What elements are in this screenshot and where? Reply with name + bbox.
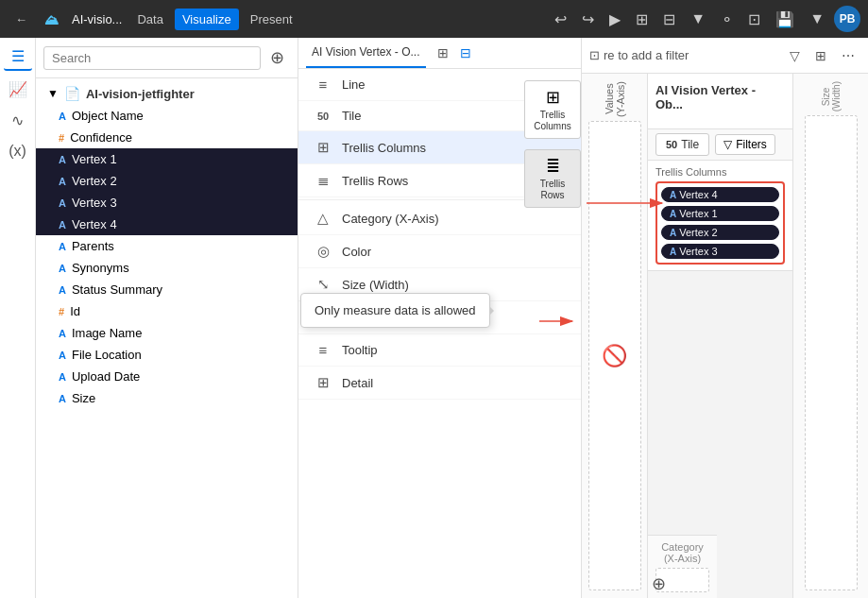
add-field-button[interactable]: ⊕: [264, 45, 290, 70]
list-item[interactable]: A Image Name: [36, 322, 298, 344]
size-width-icon: ⤡: [314, 276, 332, 293]
list-item[interactable]: A Parents: [36, 235, 298, 257]
viz-type-color[interactable]: ◎ Color: [298, 235, 581, 268]
trellis-rows-icon: ≣: [314, 172, 332, 189]
trellis-rows-btn[interactable]: ≣ Trellis Rows: [524, 149, 581, 208]
list-item[interactable]: A Vertex 4: [36, 214, 298, 235]
viz-item-label: Line: [342, 77, 366, 92]
back-button[interactable]: ←: [8, 9, 35, 30]
tile-button[interactable]: 50 Tile: [655, 133, 709, 156]
list-item[interactable]: A Status Summary: [36, 279, 298, 300]
sidebar-tab-func[interactable]: (x): [1, 139, 34, 163]
field-list: ▼ 📄 AI-vision-jetfighter A Object Name #…: [36, 78, 298, 598]
toolbar-icon-7[interactable]: ▼: [804, 7, 830, 31]
list-item[interactable]: A Object Name: [36, 105, 298, 127]
trellis-columns-shelf-label: Trellis Columns: [655, 166, 785, 178]
field-type-icon: A: [59, 350, 66, 361]
user-avatar[interactable]: PB: [834, 6, 860, 32]
app-logo: ⛰: [44, 11, 59, 27]
visualize-tab[interactable]: Visualize: [175, 9, 239, 30]
overflow-btn[interactable]: ⋯: [836, 44, 860, 67]
left-sidebar: ⊕ ▼ 📄 AI-vision-jetfighter A Object Name…: [36, 38, 298, 598]
toolbar-icon-5[interactable]: ⊡: [742, 7, 766, 32]
filter-btn[interactable]: ▽: [784, 44, 806, 67]
field-type-icon: A: [59, 197, 66, 209]
undo-button[interactable]: ↩: [549, 7, 572, 32]
data-tab[interactable]: Data: [129, 9, 170, 30]
list-item[interactable]: # Id: [36, 300, 298, 322]
filters-button[interactable]: ▽ Filters: [715, 134, 775, 155]
list-item[interactable]: A File Location: [36, 344, 298, 366]
trellis-columns-btn-label: Trellis Columns: [533, 110, 572, 132]
trellis-pill-vertex3[interactable]: A Vertex 3: [661, 244, 779, 259]
toolbar-icon-6[interactable]: 💾: [770, 7, 800, 32]
list-item[interactable]: A Vertex 1: [36, 148, 298, 170]
list-item[interactable]: A Synonyms: [36, 257, 298, 279]
tooltip-icon: ≡: [314, 342, 332, 358]
search-input[interactable]: [43, 46, 261, 70]
bottom-add-button[interactable]: ⊕: [652, 573, 666, 594]
more-options-btn[interactable]: ⊞: [809, 44, 832, 67]
tile-label: Tile: [681, 138, 699, 151]
toolbar-icon-4[interactable]: ⚬: [715, 7, 739, 32]
pill-type-icon: A: [670, 228, 676, 238]
tab-icon-table[interactable]: ⊞: [434, 42, 452, 64]
top-nav: ← ⛰ AI-visio... Data Visualize Present ↩…: [0, 0, 868, 38]
sidebar-tab-formula[interactable]: ∿: [4, 108, 31, 133]
pill-label: Vertex 1: [679, 208, 717, 219]
viz-type-list: ≡ Line 50 Tile ⊞ Trellis Columns ≣ Trell…: [298, 69, 581, 598]
middle-tab-label: AI Vision Vertex - O...: [306, 38, 426, 68]
trellis-pill-vertex4[interactable]: A Vertex 4: [661, 187, 779, 202]
field-name: File Location: [72, 348, 142, 362]
field-type-icon: A: [59, 371, 66, 383]
field-name: Upload Date: [72, 369, 140, 384]
redo-button[interactable]: ↪: [576, 7, 600, 32]
sidebar-tab-chart[interactable]: 📈: [1, 77, 35, 102]
y-axis-drop-zone[interactable]: 🚫: [588, 121, 641, 590]
add-icon: ⊕: [652, 574, 666, 593]
toolbar-icon-3[interactable]: ▼: [685, 7, 711, 31]
viz-item-label: Trellis Rows: [342, 174, 408, 188]
trellis-pill-vertex1[interactable]: A Vertex 1: [661, 206, 779, 221]
middle-panel: AI Vision Vertex - O... ⊞ ⊟ ≡ Line 50 Ti…: [298, 38, 582, 598]
tile-icon: 50: [666, 139, 677, 150]
list-item[interactable]: A Vertex 2: [36, 170, 298, 192]
viz-item-label: Tooltip: [342, 343, 378, 357]
viz-title: AI Vision Vertex - Ob...: [655, 79, 777, 115]
app-title: AI-visio...: [72, 12, 122, 26]
size-width-drop-zone[interactable]: [805, 115, 858, 590]
sidebar-tab-data[interactable]: ☰: [4, 43, 32, 71]
present-tab[interactable]: Present: [243, 9, 300, 30]
trellis-pill-vertex2[interactable]: A Vertex 2: [661, 225, 779, 240]
toolbar-icon-2[interactable]: ⊟: [657, 7, 681, 32]
dataset-row[interactable]: ▼ 📄 AI-vision-jetfighter: [36, 82, 298, 105]
trellis-rows-btn-label: Trellis Rows: [533, 179, 572, 201]
field-type-icon: A: [59, 263, 66, 274]
search-row: ⊕: [36, 38, 298, 78]
pill-type-icon: A: [670, 190, 676, 200]
field-name: Image Name: [72, 326, 142, 340]
filter-text: re to add a filter: [604, 48, 689, 62]
viz-type-tooltip[interactable]: ≡ Tooltip: [298, 334, 581, 367]
list-item[interactable]: # Confidence: [36, 127, 298, 148]
y-axis-label: Values(Y-Axis): [604, 81, 626, 117]
tab-icon-bars[interactable]: ⊟: [456, 42, 475, 64]
list-item[interactable]: A Vertex 3: [36, 192, 298, 214]
field-name: Size: [72, 391, 95, 405]
run-button[interactable]: ▶: [604, 7, 626, 32]
category-x-label: Category(X-Axis): [655, 541, 709, 564]
trellis-columns-btn[interactable]: ⊞ Trellis Columns: [524, 80, 581, 139]
field-name: Vertex 1: [72, 152, 117, 166]
trellis-columns-drop-zone[interactable]: A Vertex 4 A Vertex 1 A Vertex 2 A: [655, 181, 785, 265]
field-name: Synonyms: [72, 261, 129, 275]
line-chart-icon: ≡: [314, 77, 332, 93]
list-item[interactable]: A Upload Date: [36, 366, 298, 387]
trellis-columns-btn-icon: ⊞: [546, 87, 560, 108]
viz-item-label: Color: [342, 245, 371, 259]
viz-item-label: Category (X-Axis): [342, 212, 439, 226]
viz-type-detail[interactable]: ⊞ Detail: [298, 367, 581, 400]
viz-item-label: Detail: [342, 376, 373, 390]
list-item[interactable]: A Size: [36, 387, 298, 409]
dataset-name: AI-vision-jetfighter: [86, 87, 195, 101]
toolbar-icon-1[interactable]: ⊞: [630, 7, 654, 32]
